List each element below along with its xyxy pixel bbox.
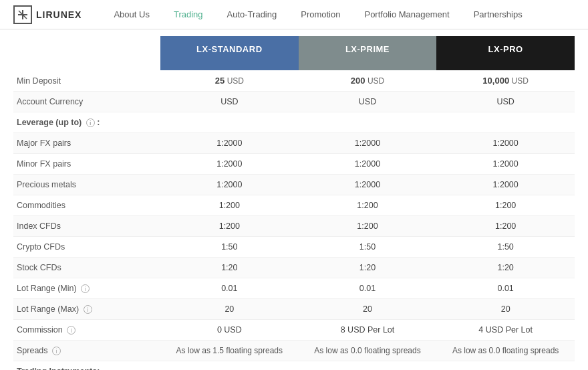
major-fx-label: Major FX pairs [13,133,160,154]
commission-label: Commission i [13,320,160,341]
trading-instruments-header: Trading Instruments: [13,361,160,371]
logo-area: LIRUNEX [13,5,82,24]
nav-about-us[interactable]: About Us [102,0,161,29]
min-deposit-label: Min Deposit [13,70,160,92]
nav-auto-trading[interactable]: Auto-Trading [215,0,289,29]
trading-instruments-header-row: Trading Instruments: [13,361,575,371]
commission-prime: 8 USD Per Lot [299,320,437,341]
table-row: Commodities 1:200 1:200 1:200 [13,195,575,216]
min-deposit-prime-unit: USD [368,76,384,86]
table-row: Minor FX pairs 1:2000 1:2000 1:2000 [13,154,575,175]
lot-range-min-label: Lot Range (Min) i [13,278,160,299]
account-currency-prime: USD [299,92,437,112]
crypto-cfds-prime: 1:50 [299,237,437,258]
table-row: Index CFDs 1:200 1:200 1:200 [13,216,575,237]
major-fx-standard: 1:2000 [160,133,299,154]
nav-partnerships[interactable]: Partnerships [462,0,535,29]
stock-cfds-prime: 1:20 [299,258,437,278]
precious-metals-pro: 1:2000 [436,175,575,195]
lot-range-min-pro: 0.01 [436,278,575,299]
min-deposit-standard: 25 USD [160,70,299,92]
logo-icon [13,5,32,24]
commodities-label: Commodities [13,195,160,216]
account-currency-standard: USD [160,92,299,112]
minor-fx-standard: 1:2000 [160,154,299,175]
table-row: Major FX pairs 1:2000 1:2000 1:2000 [13,133,575,154]
leverage-header-row: Leverage (up to) i : [13,112,575,133]
index-cfds-prime: 1:200 [299,216,437,237]
nav-trading[interactable]: Trading [162,0,215,29]
precious-metals-label: Precious metals [13,175,160,195]
leverage-header-label: Leverage (up to) i : [13,112,160,133]
lot-range-max-prime: 20 [299,299,437,320]
stock-cfds-standard: 1:20 [160,258,299,278]
lot-min-info-icon[interactable]: i [81,284,90,293]
table-row: Crypto CFDs 1:50 1:50 1:50 [13,237,575,258]
table-row: Lot Range (Min) i 0.01 0.01 0.01 [13,278,575,299]
crypto-cfds-label: Crypto CFDs [13,237,160,258]
lot-range-min-prime: 0.01 [299,278,437,299]
lot-range-min-standard: 0.01 [160,278,299,299]
min-deposit-pro-unit: USD [512,76,529,86]
stock-cfds-pro: 1:20 [436,258,575,278]
main-content: LX-STANDARD LX-PRIME LX-PRO Min Deposit … [0,29,588,370]
col-prime-header[interactable]: LX-PRIME [299,36,437,70]
minor-fx-label: Minor FX pairs [13,154,160,175]
crypto-cfds-standard: 1:50 [160,237,299,258]
commodities-prime: 1:200 [299,195,437,216]
table-row: Account Currency USD USD USD [13,92,575,112]
stock-cfds-label: Stock CFDs [13,258,160,278]
minor-fx-prime: 1:2000 [299,154,437,175]
min-deposit-standard-unit: USD [227,76,244,86]
min-deposit-pro: 10,000 USD [436,70,575,92]
table-row: Lot Range (Max) i 20 20 20 [13,299,575,320]
major-fx-pro: 1:2000 [436,133,575,154]
min-deposit-prime: 200 USD [299,70,437,92]
min-deposit-standard-value: 25 [215,76,225,86]
table-row: Commission i 0 USD 8 USD Per Lot 4 USD P… [13,320,575,341]
commodities-standard: 1:200 [160,195,299,216]
spreads-standard: As low as 1.5 floating spreads [160,341,299,361]
navigation: LIRUNEX About Us Trading Auto-Trading Pr… [0,0,588,29]
brand-name: LIRUNEX [36,9,82,20]
nav-items: About Us Trading Auto-Trading Promotion … [102,0,575,29]
min-deposit-prime-value: 200 [351,76,365,86]
spreads-pro: As low as 0.0 floating spreads [436,341,575,361]
col-standard-header[interactable]: LX-STANDARD [160,36,299,70]
precious-metals-prime: 1:2000 [299,175,437,195]
table-row: Spreads i As low as 1.5 floating spreads… [13,341,575,361]
lot-max-info-icon[interactable]: i [84,305,92,314]
spreads-label: Spreads i [13,341,160,361]
precious-metals-standard: 1:2000 [160,175,299,195]
table-row: Stock CFDs 1:20 1:20 1:20 [13,258,575,278]
index-cfds-standard: 1:200 [160,216,299,237]
nav-portfolio-management[interactable]: Portfolio Management [352,0,461,29]
commission-pro: 4 USD Per Lot [436,320,575,341]
table-row: Min Deposit 25 USD 200 USD 10,000 USD [13,70,575,92]
commodities-pro: 1:200 [436,195,575,216]
account-currency-pro: USD [436,92,575,112]
leverage-info-icon[interactable]: i [86,118,95,127]
table-row: Precious metals 1:2000 1:2000 1:2000 [13,175,575,195]
col-label-header [13,36,160,70]
spreads-prime: As low as 0.0 floating spreads [299,341,437,361]
minor-fx-pro: 1:2000 [436,154,575,175]
col-pro-header[interactable]: LX-PRO [436,36,575,70]
spreads-info-icon[interactable]: i [52,347,61,355]
comparison-table: LX-STANDARD LX-PRIME LX-PRO Min Deposit … [13,36,575,370]
nav-promotion[interactable]: Promotion [289,0,352,29]
lot-range-max-label: Lot Range (Max) i [13,299,160,320]
major-fx-prime: 1:2000 [299,133,437,154]
crypto-cfds-pro: 1:50 [436,237,575,258]
lot-range-max-pro: 20 [436,299,575,320]
account-currency-label: Account Currency [13,92,160,112]
index-cfds-label: Index CFDs [13,216,160,237]
commission-info-icon[interactable]: i [67,326,76,335]
min-deposit-pro-value: 10,000 [482,76,509,86]
lot-range-max-standard: 20 [160,299,299,320]
index-cfds-pro: 1:200 [436,216,575,237]
commission-standard: 0 USD [160,320,299,341]
